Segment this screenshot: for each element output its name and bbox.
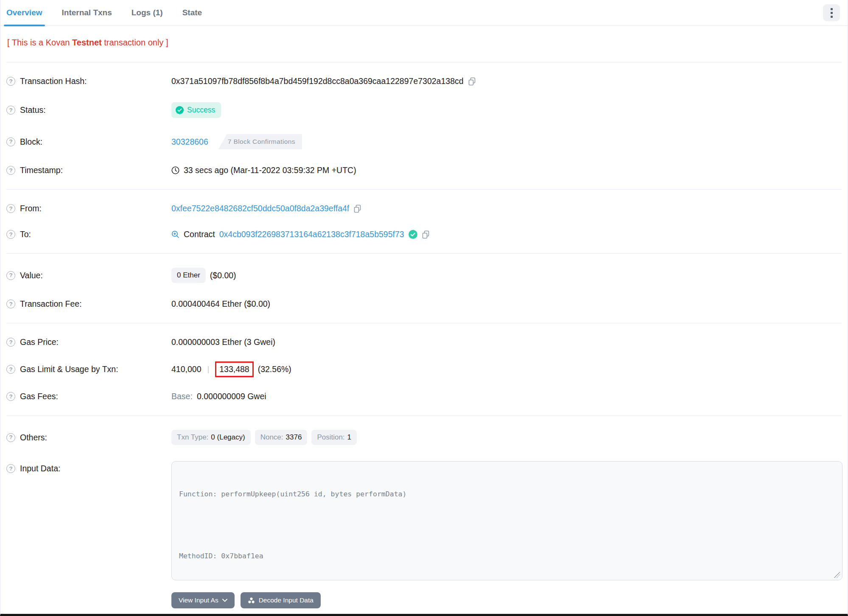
input-methodid-line: MethodID: 0x7bbaf1ea: [179, 551, 842, 561]
value-usd: ($0.00): [210, 271, 236, 280]
row-gas-fees: ? Gas Fees: Base: 0.000000009 Gwei: [6, 384, 842, 409]
row-to: ? To: Contract 0x4cb093f226983713164a621…: [6, 221, 842, 247]
nonce-value: 3376: [286, 433, 302, 442]
help-icon[interactable]: ?: [6, 392, 15, 401]
transaction-fee-label: Transaction Fee:: [20, 299, 82, 309]
input-data-label: Input Data:: [20, 464, 60, 473]
help-icon[interactable]: ?: [6, 230, 15, 239]
status-badge: Success: [171, 102, 221, 118]
separator-bar: |: [206, 365, 211, 374]
status-label: Status:: [20, 105, 46, 115]
clock-icon: [171, 166, 179, 174]
gas-used-percent: (32.56%): [258, 364, 291, 374]
help-icon[interactable]: ?: [6, 166, 15, 175]
chevron-down-icon: [222, 599, 227, 602]
divider: [6, 62, 842, 62]
row-gas-price: ? Gas Price: 0.000000003 Ether (3 Gwei): [6, 329, 842, 355]
help-icon[interactable]: ?: [6, 204, 15, 213]
tab-internal-txns[interactable]: Internal Txns: [62, 0, 112, 26]
notice-pre: [ This is a Kovan: [7, 38, 72, 47]
block-label: Block:: [20, 137, 42, 147]
magnifier-plus-icon[interactable]: [171, 230, 179, 238]
help-icon[interactable]: ?: [6, 271, 15, 280]
input-data-buttons: View Input As Decode Input Data: [171, 592, 321, 608]
copy-icon[interactable]: [353, 204, 362, 213]
block-number-link[interactable]: 30328606: [171, 137, 208, 147]
row-status: ? Status: Success: [6, 94, 842, 126]
others-label: Others:: [20, 433, 47, 442]
gas-base-value: 0.000000009 Gwei: [197, 392, 266, 401]
check-circle-icon: [176, 106, 184, 114]
nonce-label: Nonce:: [260, 433, 283, 442]
help-icon[interactable]: ?: [6, 338, 15, 347]
to-contract-word: Contract: [184, 230, 215, 239]
tab-state[interactable]: State: [182, 0, 202, 26]
tab-bar: Overview Internal Txns Logs (1) State: [0, 0, 848, 26]
from-label: From:: [20, 204, 42, 213]
row-others: ? Others: Txn Type: 0 (Legacy) Nonce: 33…: [6, 422, 842, 453]
txn-type-badge: Txn Type: 0 (Legacy): [171, 430, 251, 445]
copy-icon[interactable]: [468, 77, 476, 86]
help-icon[interactable]: ?: [6, 300, 15, 308]
input-function-line: Function: performUpkeep(uint256 id, byte…: [179, 489, 842, 499]
section-value: ? Value: 0 Ether ($0.00) ? Transaction F…: [0, 257, 848, 319]
gas-price-value: 0.000000003 Ether (3 Gwei): [171, 337, 275, 347]
gas-used-value: 133,488: [219, 364, 249, 374]
view-input-as-button[interactable]: View Input As: [171, 592, 235, 608]
help-icon[interactable]: ?: [6, 433, 15, 442]
tab-logs[interactable]: Logs (1): [132, 0, 163, 26]
row-transaction-fee: ? Transaction Fee: 0.000400464 Ether ($0…: [6, 291, 842, 317]
gas-price-label: Gas Price:: [20, 337, 59, 347]
txn-type-value: 0 (Legacy): [211, 433, 245, 442]
row-timestamp: ? Timestamp: 33 secs ago (Mar-11-2022 03…: [6, 157, 842, 183]
to-address-link[interactable]: 0x4cb093f226983713164a62138c3f718a5b595f…: [219, 230, 404, 239]
timestamp-label: Timestamp:: [20, 165, 63, 175]
field-label: ? Transaction Hash:: [6, 76, 171, 86]
gas-limit-value: 410,000: [171, 364, 202, 374]
gas-base-label: Base:: [171, 392, 193, 401]
row-gas-limit-usage: ? Gas Limit & Usage by Txn: 410,000 | 13…: [6, 355, 842, 384]
position-badge: Position: 1: [311, 430, 357, 445]
kebab-icon: [831, 8, 833, 18]
divider: [6, 415, 842, 416]
divider: [6, 189, 842, 190]
status-text: Success: [187, 106, 215, 115]
row-from: ? From: 0xfee7522e8482682cf50ddc50a0f8da…: [6, 196, 842, 221]
view-input-as-label: View Input As: [179, 596, 218, 604]
decode-input-data-label: Decode Input Data: [259, 596, 313, 604]
nonce-badge: Nonce: 3376: [255, 430, 308, 445]
decode-input-data-button[interactable]: Decode Input Data: [241, 592, 321, 608]
to-label: To:: [20, 230, 31, 239]
copy-icon[interactable]: [422, 230, 430, 239]
more-options-button[interactable]: [823, 4, 840, 21]
help-icon[interactable]: ?: [6, 106, 15, 115]
row-value: ? Value: 0 Ether ($0.00): [6, 260, 842, 291]
position-value: 1: [347, 433, 351, 442]
section-gas: ? Gas Price: 0.000000003 Ether (3 Gwei) …: [0, 327, 848, 412]
row-block: ? Block: 30328606 7 Block Confirmations: [6, 126, 842, 157]
verified-check-icon: [409, 230, 417, 239]
from-address-link[interactable]: 0xfee7522e8482682cf50ddc50a0f8da2a39effa…: [171, 204, 349, 213]
notice-post: transaction only ]: [102, 38, 168, 47]
row-input-data: ? Input Data: Function: performUpkeep(ui…: [6, 453, 842, 616]
gas-used-annotation-box: 133,488: [215, 361, 254, 377]
divider: [6, 253, 842, 254]
gas-fees-label: Gas Fees:: [20, 392, 58, 401]
transaction-hash-value: 0x371a51097fb78df856f8b4a7bd459f192d8cc8…: [171, 76, 464, 86]
value-ether-badge: 0 Ether: [171, 268, 206, 283]
resize-handle[interactable]: [834, 572, 840, 578]
help-icon[interactable]: ?: [6, 365, 15, 374]
notice-bold: Testnet: [72, 38, 102, 47]
input-blank-line: [179, 520, 842, 530]
gas-limit-label: Gas Limit & Usage by Txn:: [20, 364, 118, 374]
txn-type-label: Txn Type:: [177, 433, 208, 442]
help-icon[interactable]: ?: [6, 137, 15, 146]
tab-overview[interactable]: Overview: [6, 0, 42, 26]
help-icon[interactable]: ?: [6, 464, 15, 473]
input-data-textarea[interactable]: Function: performUpkeep(uint256 id, byte…: [171, 461, 842, 580]
help-icon[interactable]: ?: [6, 77, 15, 86]
position-label: Position:: [317, 433, 344, 442]
decode-icon: [248, 597, 255, 604]
section-addresses: ? From: 0xfee7522e8482682cf50ddc50a0f8da…: [0, 193, 848, 250]
section-overview-top: ? Transaction Hash: 0x371a51097fb78df856…: [0, 66, 848, 186]
